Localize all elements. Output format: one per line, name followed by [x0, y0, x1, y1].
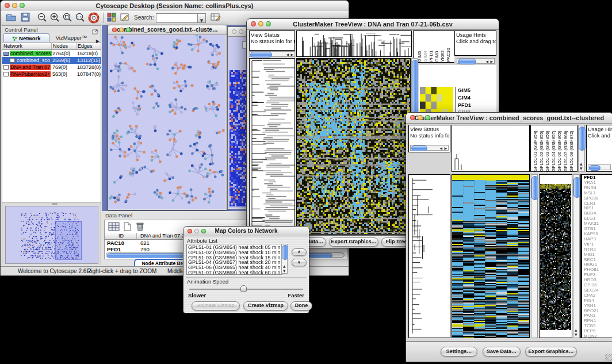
zoom-fit-icon[interactable] — [62, 12, 74, 24]
close-button[interactable] — [188, 229, 192, 233]
search-dropdown-button[interactable]: ▼ — [197, 13, 206, 23]
create-vizmap-button[interactable]: Create Vizmap — [243, 301, 288, 311]
attribute-list-item[interactable]: GPL51-07 (GSM868) heat shock 60 min — [188, 270, 281, 275]
tv2-row-tree[interactable] — [408, 174, 450, 338]
resize-grip[interactable] — [605, 354, 612, 361]
network-view-window: combined_scores_good.txt--cluste… — [108, 25, 227, 210]
tv2-heatmap-vscrollbar[interactable] — [531, 174, 538, 338]
tv1-column-tree[interactable] — [296, 30, 412, 57]
vizmapper-palette-icon[interactable] — [106, 12, 119, 24]
tv2-status-hscrollbar[interactable]: ◀ ▶ — [410, 145, 449, 151]
tv2-global-heatmap[interactable] — [539, 174, 572, 338]
zoom-button[interactable] — [20, 3, 25, 8]
move-up-button[interactable]: ∧ — [292, 248, 307, 256]
zoom-button[interactable] — [425, 115, 430, 120]
zoom-in-icon[interactable] — [49, 12, 62, 24]
tv1-usage-hints: Usage Hints Click and drag to — [454, 30, 496, 56]
tv2-col-label: GPL51-01 (GSM854) — [533, 127, 539, 171]
tv2-gene-label: GPI16 — [584, 283, 612, 288]
animate-vizmap-button[interactable]: Animate Vizmap — [192, 301, 240, 311]
table-grid-icon[interactable] — [108, 222, 120, 233]
tv2-labels-vscrollbar[interactable]: ▲ ▼ — [578, 125, 585, 172]
tv2-col-label: GPL51-08 (GSM872) — [569, 127, 575, 171]
dialog-titlebar[interactable]: Map Colors to Network — [183, 227, 309, 236]
tv2-heatmap[interactable] — [452, 174, 530, 338]
save-icon[interactable] — [20, 12, 33, 24]
tab-vizmapper[interactable]: VizMapper™ — [51, 33, 92, 42]
splitter-handle[interactable] — [52, 203, 58, 205]
speed-slider-thumb[interactable] — [240, 285, 247, 292]
tv2-column-tree[interactable] — [452, 125, 530, 172]
tv1-gene-label: GIM4 — [458, 94, 474, 102]
attribute-list-item[interactable]: GPL51-02 (GSM855) heat shock 10 min — [188, 250, 281, 255]
treeview2-window: ClusterMaker TreeView : combined_scores_… — [406, 112, 612, 362]
main-window-title: Cytoscape Desktop (Session Name: collins… — [96, 2, 254, 9]
network-table: Network Nodes Edges combined_scores 2764… — [2, 43, 101, 202]
search-input[interactable] — [156, 13, 198, 23]
close-button[interactable] — [112, 28, 117, 32]
tv1-gene-label: GIM5 — [458, 87, 474, 94]
network-type-icon — [3, 52, 9, 56]
network-canvas[interactable] — [108, 35, 225, 209]
close-button[interactable] — [251, 21, 256, 26]
tv1-hints-hscrollbar[interactable]: ◀ ▶ — [457, 58, 495, 64]
treeview1-titlebar[interactable]: ClusterMaker TreeView : DNA and Tran 07-… — [247, 19, 499, 30]
tv2-hints-hscrollbar[interactable] — [588, 164, 611, 170]
minimize-button[interactable] — [12, 3, 17, 8]
minimize-button[interactable] — [194, 229, 199, 233]
tv1-export-graphics-button[interactable]: Export Graphics… — [329, 237, 378, 247]
tv2-gene-label: TCB3 — [584, 324, 612, 329]
help-lifebuoy-icon[interactable] — [88, 12, 101, 24]
minimize-button[interactable] — [418, 115, 423, 120]
minimize-button[interactable] — [258, 21, 263, 26]
tv2-save-data-button[interactable]: Save Data… — [483, 347, 521, 357]
tv2-settings-button[interactable]: Settings… — [441, 347, 477, 357]
main-titlebar[interactable]: Cytoscape Desktop (Session Name: collins… — [1, 1, 349, 12]
attribute-list-item[interactable]: GPL51-06 (GSM865) heat shock 40 min — [188, 265, 281, 270]
close-button[interactable] — [232, 29, 236, 34]
attribute-list-vscrollbar[interactable]: ▲ ▼ — [281, 244, 288, 274]
table-edit-icon[interactable] — [210, 12, 223, 24]
network-row[interactable]: combined_scores 2764(0) 16218(0) — [2, 50, 101, 57]
map-colors-dialog: Map Colors to Network Attribute List GPL… — [183, 226, 309, 313]
close-button[interactable] — [410, 115, 415, 120]
done-button[interactable]: Done — [290, 301, 312, 311]
zoom-actual-icon[interactable]: 1:1 — [74, 12, 87, 24]
open-folder-icon[interactable] — [5, 12, 18, 24]
annotation-icon[interactable] — [119, 12, 132, 24]
tv1-status-hscrollbar[interactable]: ◀ ▶ — [249, 51, 295, 57]
tv2-export-graphics-button[interactable]: Export Graphics… — [525, 347, 577, 357]
tv2-gene-label: RPN1 — [584, 319, 612, 324]
tab-network[interactable]: Network — [3, 33, 49, 42]
tv2-gene-label: SEC24 — [584, 288, 612, 293]
zoom-button[interactable] — [126, 28, 131, 32]
treeview2-titlebar[interactable]: ClusterMaker TreeView : combined_scores_… — [406, 113, 612, 124]
dialog-title: Map Colors to Network — [215, 228, 278, 234]
tv2-col-label: GPL51-04 (GSM857) — [551, 127, 557, 171]
tv2-global-vscrollbar[interactable]: ▲ ▼ — [573, 174, 580, 338]
minimize-button[interactable] — [119, 28, 124, 32]
new-document-icon[interactable] — [123, 222, 131, 233]
network-row[interactable]: combined_sco 2569(6) 13112(15) — [2, 57, 101, 64]
toolbar-separator — [103, 13, 104, 23]
network-row[interactable]: RNAPuberNov2+ 563(0) 107847(0) — [2, 71, 101, 78]
minimize-button[interactable] — [239, 29, 243, 34]
attribute-list-item[interactable]: GPL51-01 (GSM854) heat shock 05 min — [188, 245, 281, 250]
trash-icon[interactable] — [136, 221, 144, 233]
birdseye-canvas[interactable] — [5, 206, 98, 264]
move-down-button[interactable]: ∨ — [292, 259, 307, 266]
attribute-list[interactable]: GPL51-01 (GSM854) heat shock 05 minGPL51… — [186, 244, 282, 275]
zoom-button[interactable] — [266, 21, 271, 26]
tv1-col-label: PFD1 — [429, 32, 434, 62]
tv2-gene-list[interactable]: PFD1YRA1RNR4MSL1SPC98CLN1NIS1BUD4ELG1MAK… — [582, 174, 612, 338]
close-button[interactable] — [5, 3, 10, 8]
tv1-col-label: GIM3 — [434, 32, 440, 62]
attribute-list-item[interactable]: GPL51-04 (GSM857) heat shock 20 min — [188, 260, 281, 265]
network-view-titlebar[interactable]: combined_scores_good.txt--cluste… — [108, 25, 227, 35]
zoom-out-icon[interactable] — [36, 12, 49, 24]
zoom-button[interactable] — [201, 229, 206, 233]
attribute-list-item[interactable]: GPL51-03 (GSM856) heat shock 15 min — [188, 255, 281, 260]
network-row[interactable]: DNA and Tran 07 769(0) 183728(0) — [2, 64, 101, 71]
tv1-row-tree[interactable] — [249, 58, 295, 235]
tv1-heatmap[interactable] — [296, 58, 411, 235]
